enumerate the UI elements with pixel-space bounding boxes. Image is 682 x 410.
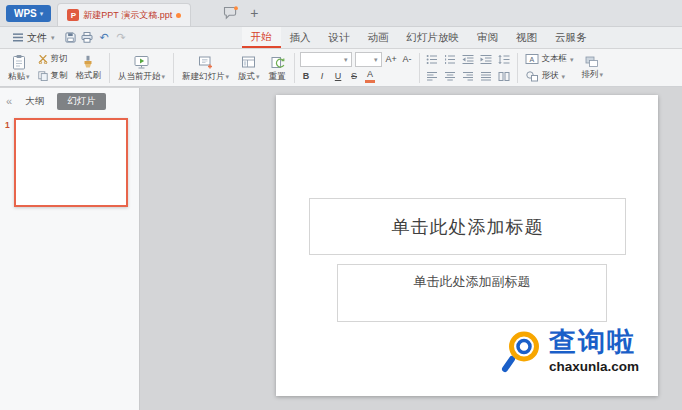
message-icon[interactable]: [223, 6, 238, 20]
ribbon-tab-slideshow[interactable]: 幻灯片放映: [398, 27, 469, 48]
format-painter-button[interactable]: 格式刷: [73, 51, 105, 85]
paste-button[interactable]: 粘贴▾: [5, 51, 33, 85]
copy-label: 复制: [51, 70, 68, 82]
font-family-select[interactable]: ▾: [300, 52, 352, 67]
increase-font-button[interactable]: A+: [385, 52, 398, 66]
wps-logo-label: WPS: [14, 8, 37, 19]
chevron-down-icon: ▾: [570, 56, 574, 63]
document-tab[interactable]: P 新建PPT 演示文稿.ppt: [57, 3, 191, 26]
start-from-current-label: 从当前开始: [118, 72, 161, 81]
slide-number: 1: [5, 120, 10, 130]
align-right-button[interactable]: [461, 69, 476, 83]
editor-canvas: 单击此处添加标题 单击此处添加副标题 查询啦 chaxunla.com: [140, 88, 682, 410]
file-menu-button[interactable]: 文件 ▾: [6, 31, 62, 45]
undo-button[interactable]: ↶: [96, 27, 113, 48]
arrange-button[interactable]: 排列▾: [579, 51, 607, 85]
subtitle-placeholder[interactable]: 单击此处添加副标题: [337, 264, 607, 322]
layout-button[interactable]: 版式▾: [235, 51, 263, 85]
cut-button[interactable]: 剪切: [36, 52, 70, 66]
list-controls-row: [425, 52, 512, 66]
justify-button[interactable]: [479, 69, 494, 83]
scissors-icon: [38, 54, 48, 64]
tab-slides[interactable]: 幻灯片: [57, 93, 106, 110]
ribbon-tab-view[interactable]: 视图: [507, 27, 546, 48]
insert-objects-group: A 文本框 ▾ 形状 ▾: [523, 50, 607, 86]
line-spacing-icon: [498, 54, 510, 65]
ribbon-tab-home[interactable]: 开始: [242, 27, 281, 48]
textbox-icon: A: [525, 53, 539, 65]
chevron-down-icon: ▾: [256, 73, 260, 80]
ribbon-toolbar: 粘贴▾ 剪切 复制: [0, 49, 682, 87]
arrange-icon: [585, 56, 599, 68]
align-left-icon: [426, 71, 438, 82]
toolbar-divider: [173, 53, 174, 83]
toolbar-divider: [294, 53, 295, 83]
save-button[interactable]: [62, 27, 79, 48]
chevron-down-icon: ▾: [51, 34, 55, 41]
ribbon-tab-insert[interactable]: 插入: [281, 27, 320, 48]
panel-tabs: « 大纲 幻灯片: [0, 88, 139, 114]
columns-button[interactable]: [497, 69, 512, 83]
tab-outline[interactable]: 大纲: [21, 93, 48, 110]
arrange-label: 排列: [582, 70, 599, 79]
copy-button[interactable]: 复制: [36, 69, 70, 83]
cut-label: 剪切: [51, 53, 68, 65]
font-color-button[interactable]: A: [364, 70, 377, 84]
paste-icon: [11, 54, 27, 70]
print-button[interactable]: [79, 27, 96, 48]
shapes-button[interactable]: 形状 ▾: [523, 69, 576, 83]
strikethrough-button[interactable]: S: [348, 70, 361, 84]
clipboard-group: 粘贴▾ 剪切 复制: [5, 50, 104, 86]
reset-button[interactable]: 重置: [266, 51, 289, 85]
numbered-list-button[interactable]: [443, 52, 458, 66]
textbox-button[interactable]: A 文本框 ▾: [523, 52, 576, 66]
wps-presentation-window: WPS ▾ P 新建PPT 演示文稿.ppt + 文件 ▾: [0, 0, 682, 410]
new-slide-button[interactable]: 新建幻灯片▾: [179, 51, 232, 85]
underline-button[interactable]: U: [332, 70, 345, 84]
chevron-down-icon: ▾: [374, 56, 378, 63]
start-from-current-button[interactable]: 从当前开始▾: [115, 51, 168, 85]
watermark-text: 查询啦 chaxunla.com: [549, 328, 639, 374]
cut-copy-column: 剪切 复制: [36, 52, 70, 83]
font-size-select[interactable]: ▾: [355, 52, 382, 67]
align-left-button[interactable]: [425, 69, 440, 83]
bold-button[interactable]: B: [300, 70, 313, 84]
title-placeholder[interactable]: 单击此处添加标题: [309, 198, 626, 255]
bullet-list-button[interactable]: [425, 52, 440, 66]
new-tab-button[interactable]: +: [244, 6, 264, 20]
bullet-list-icon: [426, 54, 438, 65]
titlebar: WPS ▾ P 新建PPT 演示文稿.ppt +: [0, 0, 682, 27]
redo-button[interactable]: ↷: [113, 27, 130, 48]
ribbon-tab-review[interactable]: 审阅: [468, 27, 507, 48]
play-slideshow-icon: [134, 55, 149, 70]
decrease-font-button[interactable]: A-: [401, 52, 414, 66]
wps-menu-button[interactable]: WPS ▾: [6, 5, 51, 22]
chevron-down-icon: ▾: [600, 71, 604, 78]
textbox-label: 文本框: [542, 53, 568, 65]
decrease-indent-button[interactable]: [461, 52, 476, 66]
paragraph-group: [425, 50, 512, 86]
title-placeholder-text: 单击此处添加标题: [392, 215, 544, 239]
format-buttons-row: B I U S A: [300, 70, 414, 84]
indent-icon: [480, 54, 492, 65]
collapse-panel-button[interactable]: «: [6, 95, 12, 107]
paste-label: 粘贴: [8, 72, 25, 81]
menubar: 文件 ▾ ↶ ↷ 开始 插入 设计 动画 幻灯片放映 审阅 视: [0, 27, 682, 49]
slide-thumbnail[interactable]: [14, 118, 128, 207]
magnifier-logo-icon: [500, 328, 546, 374]
align-right-icon: [462, 71, 474, 82]
columns-icon: [498, 71, 510, 82]
align-center-button[interactable]: [443, 69, 458, 83]
chevron-down-icon: ▾: [162, 73, 166, 80]
layout-icon: [241, 55, 256, 70]
increase-indent-button[interactable]: [479, 52, 494, 66]
line-spacing-button[interactable]: [497, 52, 512, 66]
ribbon-tab-design[interactable]: 设计: [320, 27, 359, 48]
ribbon-tab-cloud[interactable]: 云服务: [546, 27, 596, 48]
format-painter-icon: [81, 55, 95, 69]
font-controls-row: ▾ ▾ A+ A-: [300, 52, 414, 67]
italic-button[interactable]: I: [316, 70, 329, 84]
ribbon-tab-animation[interactable]: 动画: [359, 27, 398, 48]
new-slide-icon: [198, 55, 213, 70]
svg-text:A: A: [529, 56, 534, 63]
